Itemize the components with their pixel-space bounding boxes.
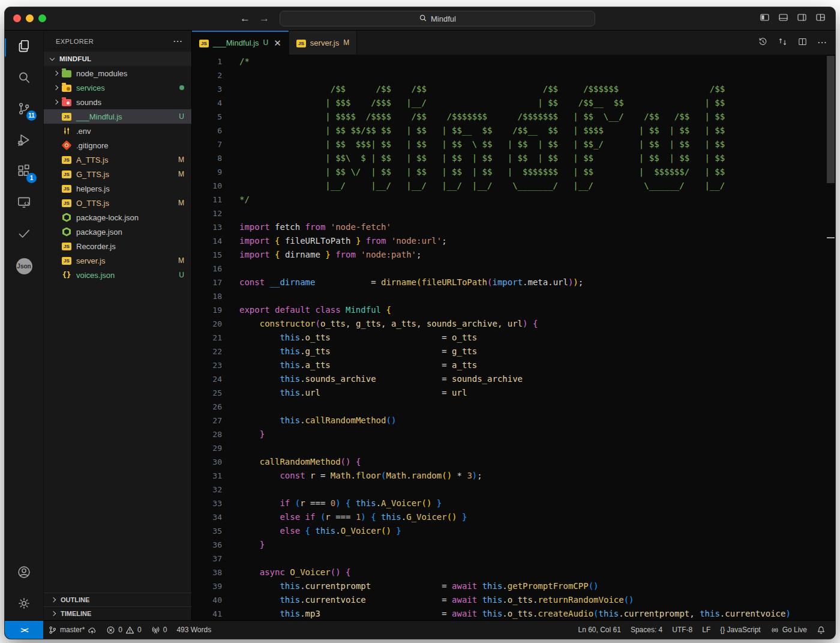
activity-search[interactable] <box>5 63 43 94</box>
file-item-Recorder.js[interactable]: JSRecorder.js <box>44 239 191 253</box>
status-indentation[interactable]: Spaces: 4 <box>626 621 667 639</box>
git-status-badge: U <box>179 271 184 279</box>
status-remote-indicator[interactable]: >< <box>5 621 43 639</box>
js-icon: JS <box>61 199 73 207</box>
code-line-26: 26 <box>192 400 835 414</box>
layout-left-icon[interactable] <box>760 13 770 25</box>
activity-accounts[interactable] <box>5 558 43 589</box>
file-item-helpers.js[interactable]: JShelpers.js <box>44 181 191 196</box>
chevron-right-icon <box>51 86 61 89</box>
project-section-header[interactable]: MINDFUL <box>44 52 191 66</box>
section-timeline[interactable]: TIMELINE <box>44 606 191 620</box>
status-eol[interactable]: LF <box>697 621 715 639</box>
status-go-live[interactable]: Go Live <box>766 621 812 639</box>
chevron-right-icon <box>51 244 61 248</box>
line-number: 10 <box>192 179 222 193</box>
git-status-badge: M <box>178 199 184 207</box>
file-item-server.js[interactable]: JSserver.jsM <box>44 253 191 268</box>
scrollbar[interactable] <box>827 56 835 183</box>
section-outline[interactable]: OUTLINE <box>44 593 191 606</box>
command-center-search[interactable]: Mindful <box>280 11 595 26</box>
layout-grid-icon[interactable] <box>815 13 826 25</box>
code-line-34: 34 else if (r === 1) { this.G_Voicer() } <box>192 510 835 524</box>
chevron-right-icon <box>51 187 61 190</box>
json-extension-avatar: Json <box>16 258 32 274</box>
line-number: 19 <box>192 303 222 317</box>
file-label: node_modules <box>76 69 127 78</box>
file-item-O_TTS.js[interactable]: JSO_TTS.jsM <box>44 196 191 210</box>
file-item-.env[interactable]: .env <box>44 124 191 138</box>
zoom-window-button[interactable] <box>38 14 46 22</box>
status-text: Spaces: 4 <box>631 626 662 634</box>
code-line-24: 24 this.sounds_archive = sounds_archive <box>192 372 835 386</box>
line-number: 27 <box>192 414 222 427</box>
more-actions-icon[interactable]: ⋯ <box>173 35 183 47</box>
line-number: 22 <box>192 345 222 358</box>
file-item-package.json[interactable]: package.json <box>44 225 191 239</box>
git-status-badge: M <box>178 155 184 164</box>
tab-server.js[interactable]: JSserver.jsM <box>289 31 357 55</box>
activity-run-debug[interactable] <box>5 125 43 157</box>
split-icon[interactable] <box>797 37 808 49</box>
js-file-icon: JS <box>296 38 306 47</box>
status-text: 0 <box>118 626 122 634</box>
status-cursor-position[interactable]: Ln 60, Col 61 <box>573 621 625 639</box>
activity-testing[interactable] <box>5 219 43 250</box>
file-item-A_TTS.js[interactable]: JSA_TTS.jsM <box>44 152 191 167</box>
history-nav: ← → <box>240 7 269 30</box>
forward-icon[interactable]: → <box>259 13 269 25</box>
layout-right-icon[interactable] <box>797 13 807 25</box>
chevron-right-icon <box>51 115 61 118</box>
code-line-21: 21 this.o_tts = o_tts <box>192 331 835 345</box>
line-number: 15 <box>192 248 222 262</box>
status-word-count[interactable]: 493 Words <box>172 621 216 639</box>
file-item-.gitignore[interactable]: .gitignore <box>44 138 191 152</box>
badge: 1 <box>26 173 37 183</box>
status-ports[interactable]: 0 <box>146 621 172 639</box>
code-editor[interactable]: 1/*23 /$$ /$$ /$$ /$$ /$$$$$$ /$$4 | $$$… <box>192 55 835 620</box>
close-window-button[interactable] <box>13 14 21 22</box>
status-language-mode[interactable]: {} JavaScript <box>715 621 765 639</box>
line-number: 5 <box>192 110 222 124</box>
explorer-title: EXPLORER <box>56 38 94 45</box>
line-number: 32 <box>192 483 222 497</box>
activity-explorer[interactable] <box>5 32 43 63</box>
tab-___Mindful.js[interactable]: JS___Mindful.jsU✕ <box>192 31 289 55</box>
chevron-right-icon <box>51 259 61 262</box>
file-item-services[interactable]: services <box>44 80 191 95</box>
activity-remote-explorer[interactable] <box>5 188 43 219</box>
status-branch-status[interactable]: master* <box>43 621 101 639</box>
line-number: 6 <box>192 124 222 137</box>
status-encoding[interactable]: UTF-8 <box>667 621 697 639</box>
code-line-13: 13import fetch from 'node-fetch' <box>192 220 835 234</box>
code-line-5: 5 | $$$$ /$$$$ /$$ /$$$$$$$ /$$$$$$$ | $… <box>192 110 835 124</box>
status-notifications[interactable] <box>812 621 830 639</box>
layout-bottom-icon[interactable] <box>778 13 788 25</box>
activity-json-extension[interactable]: Json <box>5 250 43 282</box>
activity-source-control[interactable]: 11 <box>5 94 43 125</box>
status-text: Go Live <box>782 626 807 634</box>
status-problems[interactable]: 00 <box>101 621 146 639</box>
activity-extensions[interactable]: 1 <box>5 157 43 188</box>
explorer-header: EXPLORER ⋯ <box>44 31 191 52</box>
file-item-voices.json[interactable]: {}voices.jsonU <box>44 268 191 282</box>
close-icon[interactable]: ✕ <box>274 38 281 47</box>
line-number: 17 <box>192 276 222 289</box>
files-icon <box>16 38 32 56</box>
file-item-sounds[interactable]: sounds <box>44 95 191 109</box>
file-item-node_modules[interactable]: node_modules <box>44 66 191 80</box>
file-tree: node_modulesservicessoundsJS___Mindful.j… <box>44 66 191 282</box>
file-item-___Mindful.js[interactable]: JS___Mindful.jsU <box>44 109 191 124</box>
minimize-window-button[interactable] <box>26 14 34 22</box>
back-icon[interactable]: ← <box>240 13 250 25</box>
code-line-2: 2 <box>192 68 835 82</box>
chevron-right-icon <box>49 598 58 602</box>
activity-settings[interactable] <box>5 589 43 620</box>
history-icon[interactable] <box>758 37 768 49</box>
code-line-22: 22 this.g_tts = g_tts <box>192 345 835 358</box>
tab-label: server.js <box>310 38 339 47</box>
changes-icon[interactable] <box>778 37 788 49</box>
file-item-package-lock.json[interactable]: package-lock.json <box>44 210 191 225</box>
file-item-G_TTS.js[interactable]: JSG_TTS.jsM <box>44 167 191 181</box>
more-icon[interactable]: ⋯ <box>817 37 827 48</box>
